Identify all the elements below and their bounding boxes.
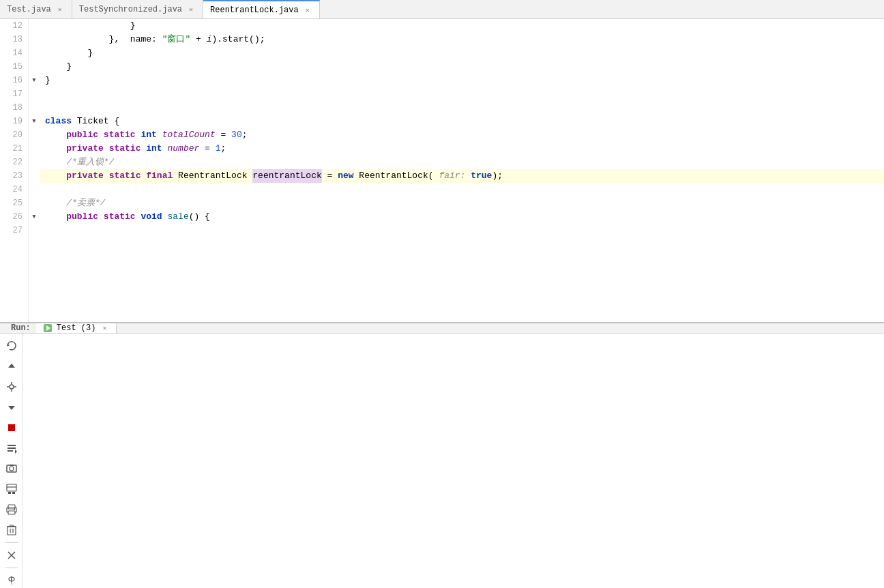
restore-icon: [6, 484, 17, 495]
restore-button[interactable]: [2, 480, 21, 499]
tab-reentrant-close[interactable]: ✕: [303, 5, 312, 15]
bottom-tab-test-close[interactable]: ✕: [100, 323, 109, 333]
tab-test[interactable]: Test.java ✕: [0, 0, 72, 18]
code-line-12: }: [40, 19, 884, 33]
fold-21[interactable]: [29, 142, 40, 156]
code-line-17: [40, 87, 884, 101]
svg-rect-18: [7, 484, 16, 491]
line-num-25: 25: [0, 196, 23, 210]
code-line-23: private static final ReentrantLock reent…: [40, 169, 884, 183]
svg-rect-28: [10, 525, 14, 527]
tab-testsync[interactable]: TestSynchronized.java ✕: [72, 0, 203, 18]
editor-area: 12 13 14 15 16 17 18 19 20 21 22 23 24 2…: [0, 19, 884, 322]
fold-23[interactable]: [29, 169, 40, 183]
line-numbers: 12 13 14 15 16 17 18 19 20 21 22 23 24 2…: [0, 19, 29, 322]
fold-19[interactable]: ▼: [29, 115, 40, 128]
svg-rect-13: [8, 450, 13, 452]
code-line-18: [40, 101, 884, 115]
tab-reentrant-label: ReentrantLock.java: [210, 5, 299, 15]
fold-27[interactable]: [29, 224, 40, 237]
code-line-22: /*重入锁*/: [40, 156, 884, 169]
fold-15[interactable]: [29, 60, 40, 74]
svg-rect-20: [8, 492, 11, 494]
line-num-13: 13: [0, 33, 23, 46]
run-label: Run:: [5, 323, 36, 333]
svg-point-16: [10, 467, 14, 471]
snapshot-icon: [6, 463, 17, 474]
fold-24[interactable]: [29, 183, 40, 196]
rerun-button[interactable]: [2, 336, 21, 355]
up-icon: [7, 362, 16, 371]
line-num-14: 14: [0, 46, 23, 60]
code-line-15: }: [40, 60, 884, 74]
svg-point-25: [14, 509, 15, 510]
fold-18[interactable]: [29, 101, 40, 115]
bottom-tab-test-label: Test (3): [57, 323, 96, 333]
fold-20[interactable]: [29, 128, 40, 142]
print-button[interactable]: [2, 500, 21, 519]
close-icon: [7, 550, 16, 560]
rerun-icon: [6, 340, 17, 351]
line-num-23: 23: [0, 169, 23, 183]
bottom-toolbar: [0, 334, 23, 588]
stop-icon: [7, 423, 16, 432]
scroll-up-button[interactable]: [2, 357, 21, 376]
trash-icon: [7, 525, 16, 535]
bottom-panel: Run: Test (3) ✕: [0, 322, 884, 588]
down-icon: [7, 402, 16, 412]
line-num-19: 19: [0, 115, 23, 128]
settings-button[interactable]: [2, 377, 21, 396]
svg-rect-26: [8, 527, 16, 535]
fold-26[interactable]: ▼: [29, 210, 40, 224]
snapshot-button[interactable]: [2, 459, 21, 478]
tab-testsync-close[interactable]: ✕: [186, 5, 196, 14]
code-line-16: }: [40, 74, 884, 87]
toolbar-separator-2: [5, 568, 18, 568]
scroll-down-button[interactable]: [2, 398, 21, 417]
print-icon: [6, 504, 17, 515]
tab-bar: Test.java ✕ TestSynchronized.java ✕ Reen…: [0, 0, 884, 19]
line-num-16: 16: [0, 74, 23, 87]
code-line-27: [40, 224, 884, 237]
dump-threads-button[interactable]: [2, 439, 21, 458]
fold-12[interactable]: [29, 19, 40, 33]
stop-button[interactable]: [2, 418, 21, 437]
dump-threads-icon: [6, 443, 17, 454]
code-line-14: }: [40, 46, 884, 60]
line-num-24: 24: [0, 183, 23, 196]
code-line-20: public static int totalCount = 30;: [40, 128, 884, 142]
bottom-content: [0, 334, 884, 588]
fold-16[interactable]: ▼: [29, 74, 40, 87]
svg-marker-14: [15, 450, 17, 454]
svg-rect-12: [8, 447, 16, 449]
close-output-button[interactable]: [2, 546, 21, 565]
svg-rect-24: [8, 511, 15, 514]
bottom-output: [23, 334, 884, 588]
bottom-tab-test[interactable]: Test (3) ✕: [36, 323, 117, 333]
bottom-tab-bar: Run: Test (3) ✕: [0, 323, 884, 334]
svg-rect-10: [8, 424, 15, 431]
gutter-icons: ▼ ▼ ▼: [29, 19, 40, 322]
code-line-21: private static int number = 1;: [40, 142, 884, 156]
tab-reentrant[interactable]: ReentrantLock.java ✕: [203, 0, 320, 18]
tab-test-close[interactable]: ✕: [55, 5, 65, 14]
pin-icon: [7, 576, 16, 585]
fold-13[interactable]: [29, 33, 40, 46]
line-num-21: 21: [0, 142, 23, 156]
trash-button[interactable]: [2, 520, 21, 540]
svg-marker-2: [8, 344, 10, 347]
code-line-26: public static void sale() {: [40, 210, 884, 224]
pin-button[interactable]: [2, 571, 21, 588]
line-num-17: 17: [0, 87, 23, 101]
fold-17[interactable]: [29, 87, 40, 101]
svg-rect-21: [12, 492, 15, 494]
wrench-icon: [6, 381, 17, 392]
line-num-22: 22: [0, 156, 23, 169]
line-num-26: 26: [0, 210, 23, 224]
fold-14[interactable]: [29, 46, 40, 60]
fold-22[interactable]: [29, 156, 40, 169]
svg-point-4: [10, 385, 14, 389]
code-line-25: /*卖票*/: [40, 196, 884, 210]
fold-25[interactable]: [29, 196, 40, 210]
tab-testsync-label: TestSynchronized.java: [79, 5, 182, 14]
